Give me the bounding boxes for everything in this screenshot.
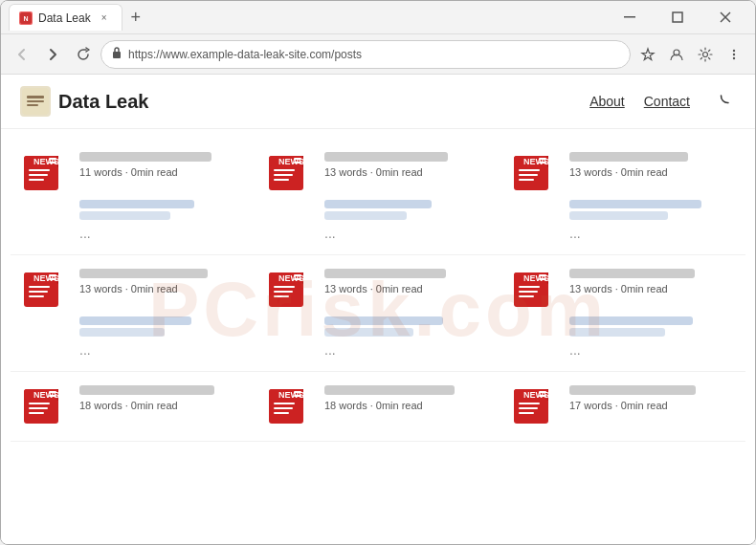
svg-rect-25 <box>49 162 56 164</box>
news-icon: NEWS <box>512 269 562 311</box>
news-card: NEWS 11 words · 0min read ... <box>11 139 256 255</box>
card-title-blurred <box>79 269 208 278</box>
svg-rect-19 <box>29 169 50 171</box>
card-meta: 13 words · 0min read <box>79 269 244 294</box>
site-nav-links: About Contact <box>589 88 736 115</box>
card-link-1[interactable] <box>569 200 701 208</box>
url-text: https://www.example-data-leak-site.com/p… <box>128 48 620 61</box>
card-meta: 13 words · 0min read <box>324 269 489 294</box>
svg-rect-60 <box>274 291 293 293</box>
card-meta: 18 words · 0min read <box>79 385 244 411</box>
svg-rect-45 <box>539 162 546 164</box>
svg-rect-39 <box>519 169 540 171</box>
minimize-button[interactable] <box>608 3 652 32</box>
profile-button[interactable] <box>663 41 690 68</box>
card-link-2[interactable] <box>569 328 665 337</box>
about-link[interactable]: About <box>589 94 625 109</box>
svg-rect-80 <box>29 407 48 409</box>
back-button[interactable] <box>9 41 35 68</box>
card-link-2[interactable] <box>324 211 407 220</box>
svg-rect-65 <box>294 278 301 280</box>
card-link-1[interactable] <box>79 200 194 208</box>
svg-point-10 <box>733 53 735 54</box>
svg-rect-21 <box>29 179 44 181</box>
forward-button[interactable] <box>39 41 66 68</box>
logo-image <box>20 86 51 117</box>
contact-link[interactable]: Contact <box>644 94 690 109</box>
refresh-button[interactable] <box>70 41 97 68</box>
news-card: NEWS 18 words · 0min read <box>256 372 500 442</box>
card-header: NEWS 13 words · 0min read <box>267 152 489 194</box>
card-title-blurred <box>569 269 695 278</box>
svg-rect-69 <box>519 286 540 288</box>
svg-rect-54 <box>49 274 56 276</box>
card-links <box>512 200 734 220</box>
card-links <box>267 200 489 220</box>
card-link-1[interactable] <box>324 316 443 325</box>
svg-rect-50 <box>29 291 48 293</box>
card-title-blurred <box>324 269 446 278</box>
svg-rect-70 <box>519 291 538 293</box>
card-title-blurred <box>79 152 211 162</box>
news-icon: NEWS <box>22 269 72 311</box>
news-icon: NEWS <box>267 152 317 194</box>
card-stats: 13 words · 0min read <box>79 283 244 294</box>
card-link-1[interactable] <box>79 316 191 325</box>
card-title-blurred <box>569 385 696 395</box>
card-ellipsis: ... <box>512 342 734 358</box>
news-icon: NEWS <box>22 152 72 194</box>
svg-rect-51 <box>29 295 44 297</box>
more-button[interactable] <box>721 41 747 68</box>
svg-rect-90 <box>274 407 293 409</box>
svg-rect-49 <box>29 286 50 288</box>
card-header: NEWS 13 words · 0min read <box>267 269 489 311</box>
site-nav: Data Leak About Contact <box>1 75 755 129</box>
settings-button[interactable] <box>692 41 719 68</box>
svg-rect-94 <box>294 391 301 393</box>
news-card: NEWS 13 words · 0min read ... <box>256 139 500 255</box>
card-stats: 18 words · 0min read <box>324 400 489 411</box>
url-bar[interactable]: https://www.example-data-leak-site.com/p… <box>100 40 631 69</box>
tab-close-button[interactable]: × <box>97 11 112 26</box>
card-link-1[interactable] <box>569 316 693 325</box>
news-card: NEWS 13 words · 0min read ... <box>500 255 745 372</box>
news-icon: NEWS <box>512 152 562 194</box>
news-icon: NEWS <box>267 385 317 427</box>
card-link-1[interactable] <box>324 200 432 208</box>
svg-rect-24 <box>49 158 56 160</box>
card-link-2[interactable] <box>79 328 165 337</box>
svg-rect-35 <box>294 162 301 164</box>
news-icon: NEWS <box>512 385 562 427</box>
card-link-2[interactable] <box>324 328 413 337</box>
title-bar: N Data Leak × + <box>1 1 755 34</box>
card-ellipsis: ... <box>267 226 489 241</box>
maximize-button[interactable] <box>656 3 700 32</box>
svg-point-8 <box>703 52 708 56</box>
page-content[interactable]: Data Leak About Contact PCrisk.com <box>1 75 755 544</box>
card-links <box>22 316 244 337</box>
close-button[interactable] <box>703 3 747 32</box>
star-button[interactable] <box>634 41 661 68</box>
svg-rect-84 <box>49 391 56 393</box>
svg-rect-75 <box>539 278 546 280</box>
card-header: NEWS 13 words · 0min read <box>22 269 244 311</box>
svg-rect-20 <box>29 174 48 176</box>
window-controls <box>608 3 747 32</box>
card-link-2[interactable] <box>569 211 668 220</box>
svg-rect-71 <box>519 295 534 297</box>
card-title-blurred <box>324 385 455 395</box>
card-links <box>267 316 489 337</box>
svg-text:N: N <box>23 15 28 22</box>
new-tab-button[interactable]: + <box>122 4 149 31</box>
svg-rect-105 <box>539 395 546 397</box>
card-meta: 13 words · 0min read <box>569 152 734 178</box>
card-header: NEWS 18 words · 0min read <box>267 385 489 427</box>
card-stats: 18 words · 0min read <box>79 400 244 411</box>
toolbar-icons <box>634 41 747 68</box>
card-link-2[interactable] <box>79 211 170 220</box>
svg-rect-2 <box>624 16 635 18</box>
news-card: NEWS 18 words · 0min read <box>11 372 256 442</box>
news-icon: NEWS <box>22 385 72 427</box>
browser-tab[interactable]: N Data Leak × <box>9 4 122 31</box>
dark-mode-button[interactable] <box>709 88 736 115</box>
